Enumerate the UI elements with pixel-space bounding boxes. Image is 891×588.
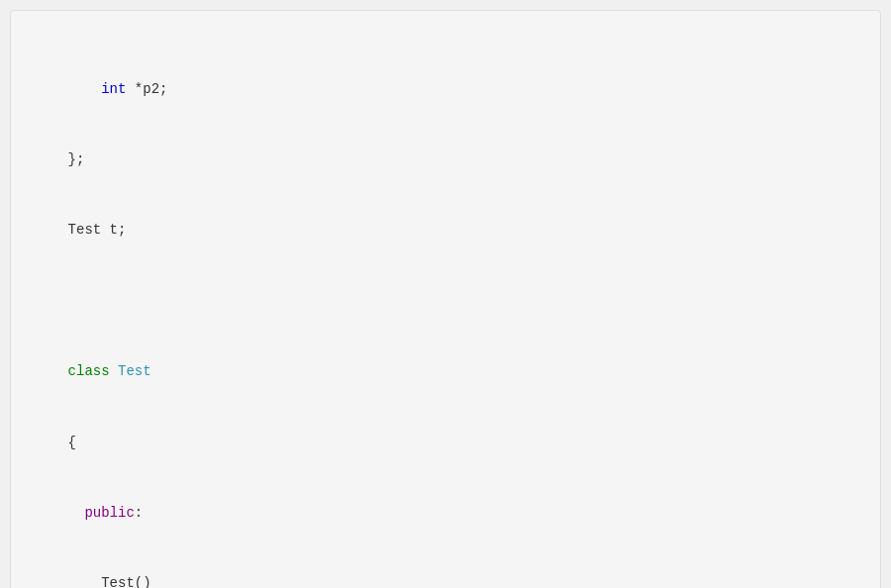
code-line-2: };	[68, 151, 85, 167]
code-line-1: int *p2;	[68, 81, 168, 97]
code-line-8: Test()	[68, 575, 151, 588]
code-line-3: Test t;	[68, 222, 127, 238]
code-line-5: class Test	[68, 363, 151, 379]
code-window: int *p2; }; Test t; class Test { public:…	[10, 10, 881, 588]
code-line-7: public:	[68, 505, 144, 521]
code-content: int *p2; }; Test t; class Test { public:…	[35, 31, 856, 588]
code-line-6: {	[68, 435, 76, 450]
